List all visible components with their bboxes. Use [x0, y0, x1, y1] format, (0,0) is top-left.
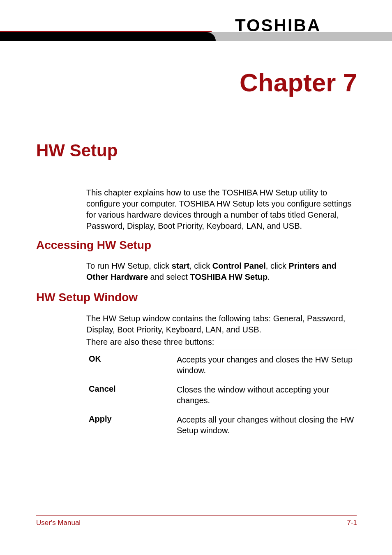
intro-paragraph: This chapter explains how to use the TOS…: [86, 187, 357, 232]
table-row: OK Accepts your changes and closes the H…: [86, 350, 357, 380]
bold-start: start: [172, 261, 189, 270]
section-title: HW Setup: [36, 141, 118, 160]
accessing-paragraph: To run HW Setup, click start, click Cont…: [86, 260, 357, 283]
button-desc-apply: Accepts all your changes without closing…: [177, 414, 357, 436]
footer-divider: [36, 515, 357, 516]
buttons-table: OK Accepts your changes and closes the H…: [86, 350, 357, 440]
table-row: Apply Accepts all your changes without c…: [86, 410, 357, 440]
footer-manual-label: User's Manual: [36, 519, 81, 527]
button-label-apply: Apply: [86, 414, 177, 436]
window-paragraph-2: There are also these three buttons:: [86, 337, 357, 348]
text-span: and select: [148, 272, 190, 281]
header-bar-dark: [0, 32, 216, 41]
button-desc-cancel: Closes the window without accepting your…: [177, 384, 357, 406]
chapter-title: Chapter 7: [240, 68, 357, 97]
header-accent-line: [0, 31, 212, 32]
text-span: , click: [189, 261, 212, 270]
bold-control-panel: Control Panel: [212, 261, 266, 270]
text-span: .: [267, 272, 270, 281]
brand-logo: TOSHIBA: [235, 16, 321, 35]
subheading-window: HW Setup Window: [36, 291, 138, 304]
text-span: To run HW Setup, click: [86, 261, 172, 270]
window-paragraph-1: The HW Setup window contains the followi…: [86, 313, 357, 335]
button-desc-ok: Accepts your changes and closes the HW S…: [177, 354, 357, 376]
bold-hw-setup: TOSHIBA HW Setup: [190, 272, 267, 281]
button-label-ok: OK: [86, 354, 177, 376]
button-label-cancel: Cancel: [86, 384, 177, 406]
text-span: , click: [266, 261, 289, 270]
footer-page-number: 7-1: [347, 519, 357, 527]
subheading-accessing: Accessing HW Setup: [36, 239, 151, 252]
table-row: Cancel Closes the window without accepti…: [86, 380, 357, 410]
